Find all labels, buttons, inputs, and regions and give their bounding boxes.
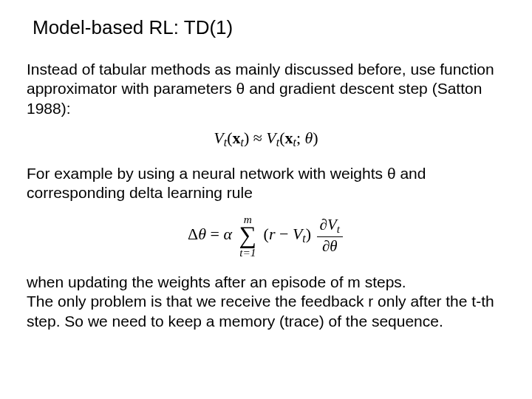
second-paragraph: For example by using a neural network wi… — [27, 164, 505, 203]
eq1-theta: θ — [305, 129, 313, 147]
equation-1: Vt(xt) ≈ Vt(xt; θ) — [214, 129, 318, 147]
eq1-V-lhs: V — [214, 129, 223, 147]
num-partial: ∂ — [320, 216, 327, 233]
eq2-Delta: Δ — [188, 225, 198, 243]
closing-paragraph: when updating the weights after an episo… — [27, 273, 505, 331]
eq1-x-rhs: x — [285, 129, 293, 147]
eq2-lparen: ( — [264, 225, 269, 243]
equation-2: Δθ = α m ∑ t=1 (r − Vt) ∂Vt ∂θ — [188, 225, 344, 243]
eq1-V-rhs: V — [266, 129, 276, 147]
eq2-V: V — [293, 225, 302, 243]
eq2-theta-lhs: θ — [198, 225, 206, 243]
sum-lower: t=1 — [239, 247, 257, 258]
sigma-icon: ∑ — [239, 225, 257, 247]
slide-root: Model-based RL: TD(1) Instead of tabular… — [0, 0, 532, 356]
num-V: V — [327, 216, 337, 233]
frac-numerator: ∂Vt — [317, 216, 343, 236]
sum-symbol: m ∑ t=1 — [239, 214, 257, 259]
eq1-xsub-lhs: t — [241, 136, 244, 149]
eq1-sub-t-rhs: t — [276, 136, 279, 149]
eq1-approx: ≈ — [253, 129, 262, 147]
eq2-minus: − — [275, 225, 292, 243]
num-sub: t — [337, 224, 340, 236]
eq2-alpha: α — [224, 225, 233, 243]
eq1-xsub-rhs: t — [293, 136, 296, 149]
partial-fraction: ∂Vt ∂θ — [317, 216, 343, 255]
frac-denominator: ∂θ — [317, 237, 343, 256]
slide-title: Model-based RL: TD(1) — [33, 16, 505, 39]
eq1-sub-t-lhs: t — [224, 136, 227, 149]
intro-paragraph: Instead of tabular methods as mainly dis… — [27, 60, 505, 118]
den-theta: θ — [330, 237, 337, 255]
eq2-rparen: ) — [306, 225, 311, 243]
eq2-equals: = — [211, 225, 219, 243]
equation-1-block: Vt(xt) ≈ Vt(xt; θ) — [27, 129, 505, 149]
den-partial: ∂ — [322, 237, 330, 255]
eq1-x-lhs: x — [233, 129, 241, 147]
equation-2-block: Δθ = α m ∑ t=1 (r − Vt) ∂Vt ∂θ — [27, 214, 505, 259]
